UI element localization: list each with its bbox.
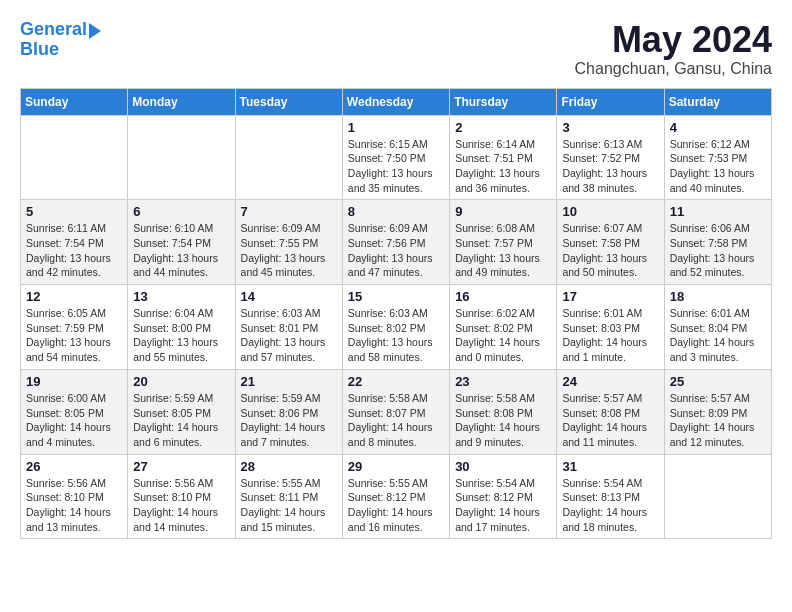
calendar-week-row: 12Sunrise: 6:05 AMSunset: 7:59 PMDayligh… — [21, 285, 772, 370]
logo-text2: Blue — [20, 40, 59, 60]
day-number: 20 — [133, 374, 229, 389]
calendar-cell: 31Sunrise: 5:54 AMSunset: 8:13 PMDayligh… — [557, 454, 664, 539]
calendar-cell: 30Sunrise: 5:54 AMSunset: 8:12 PMDayligh… — [450, 454, 557, 539]
day-number: 29 — [348, 459, 444, 474]
weekday-header: Friday — [557, 88, 664, 115]
day-info: Sunrise: 5:56 AMSunset: 8:10 PMDaylight:… — [26, 476, 122, 535]
day-number: 27 — [133, 459, 229, 474]
calendar-cell: 10Sunrise: 6:07 AMSunset: 7:58 PMDayligh… — [557, 200, 664, 285]
day-number: 17 — [562, 289, 658, 304]
day-info: Sunrise: 6:06 AMSunset: 7:58 PMDaylight:… — [670, 221, 766, 280]
calendar-cell: 26Sunrise: 5:56 AMSunset: 8:10 PMDayligh… — [21, 454, 128, 539]
day-info: Sunrise: 6:01 AMSunset: 8:04 PMDaylight:… — [670, 306, 766, 365]
day-number: 19 — [26, 374, 122, 389]
day-number: 1 — [348, 120, 444, 135]
day-info: Sunrise: 5:58 AMSunset: 8:07 PMDaylight:… — [348, 391, 444, 450]
calendar-header-row: SundayMondayTuesdayWednesdayThursdayFrid… — [21, 88, 772, 115]
day-number: 26 — [26, 459, 122, 474]
calendar-cell: 24Sunrise: 5:57 AMSunset: 8:08 PMDayligh… — [557, 369, 664, 454]
day-info: Sunrise: 6:12 AMSunset: 7:53 PMDaylight:… — [670, 137, 766, 196]
calendar-cell: 17Sunrise: 6:01 AMSunset: 8:03 PMDayligh… — [557, 285, 664, 370]
calendar-cell: 5Sunrise: 6:11 AMSunset: 7:54 PMDaylight… — [21, 200, 128, 285]
day-info: Sunrise: 5:57 AMSunset: 8:08 PMDaylight:… — [562, 391, 658, 450]
day-info: Sunrise: 5:59 AMSunset: 8:06 PMDaylight:… — [241, 391, 337, 450]
day-number: 9 — [455, 204, 551, 219]
month-title: May 2024 — [575, 20, 772, 60]
day-number: 24 — [562, 374, 658, 389]
calendar-cell: 16Sunrise: 6:02 AMSunset: 8:02 PMDayligh… — [450, 285, 557, 370]
calendar-week-row: 1Sunrise: 6:15 AMSunset: 7:50 PMDaylight… — [21, 115, 772, 200]
logo-text: General — [20, 20, 87, 40]
page-header: General Blue May 2024 Changchuan, Gansu,… — [20, 20, 772, 78]
calendar-cell: 23Sunrise: 5:58 AMSunset: 8:08 PMDayligh… — [450, 369, 557, 454]
calendar-cell: 20Sunrise: 5:59 AMSunset: 8:05 PMDayligh… — [128, 369, 235, 454]
day-info: Sunrise: 5:58 AMSunset: 8:08 PMDaylight:… — [455, 391, 551, 450]
calendar-week-row: 26Sunrise: 5:56 AMSunset: 8:10 PMDayligh… — [21, 454, 772, 539]
day-info: Sunrise: 5:57 AMSunset: 8:09 PMDaylight:… — [670, 391, 766, 450]
logo-arrow-icon — [89, 23, 101, 39]
calendar-cell: 7Sunrise: 6:09 AMSunset: 7:55 PMDaylight… — [235, 200, 342, 285]
weekday-header: Wednesday — [342, 88, 449, 115]
weekday-header: Tuesday — [235, 88, 342, 115]
day-number: 15 — [348, 289, 444, 304]
calendar-cell: 11Sunrise: 6:06 AMSunset: 7:58 PMDayligh… — [664, 200, 771, 285]
day-info: Sunrise: 5:55 AMSunset: 8:12 PMDaylight:… — [348, 476, 444, 535]
calendar-cell: 21Sunrise: 5:59 AMSunset: 8:06 PMDayligh… — [235, 369, 342, 454]
logo: General Blue — [20, 20, 101, 60]
day-number: 28 — [241, 459, 337, 474]
day-number: 3 — [562, 120, 658, 135]
day-info: Sunrise: 6:03 AMSunset: 8:02 PMDaylight:… — [348, 306, 444, 365]
weekday-header: Monday — [128, 88, 235, 115]
calendar-cell: 14Sunrise: 6:03 AMSunset: 8:01 PMDayligh… — [235, 285, 342, 370]
day-number: 16 — [455, 289, 551, 304]
day-info: Sunrise: 6:14 AMSunset: 7:51 PMDaylight:… — [455, 137, 551, 196]
calendar-cell: 1Sunrise: 6:15 AMSunset: 7:50 PMDaylight… — [342, 115, 449, 200]
calendar-cell: 13Sunrise: 6:04 AMSunset: 8:00 PMDayligh… — [128, 285, 235, 370]
day-info: Sunrise: 5:54 AMSunset: 8:13 PMDaylight:… — [562, 476, 658, 535]
calendar-cell: 3Sunrise: 6:13 AMSunset: 7:52 PMDaylight… — [557, 115, 664, 200]
day-info: Sunrise: 5:55 AMSunset: 8:11 PMDaylight:… — [241, 476, 337, 535]
weekday-header: Sunday — [21, 88, 128, 115]
calendar-cell — [664, 454, 771, 539]
day-number: 30 — [455, 459, 551, 474]
day-number: 7 — [241, 204, 337, 219]
calendar-cell: 9Sunrise: 6:08 AMSunset: 7:57 PMDaylight… — [450, 200, 557, 285]
calendar-cell: 8Sunrise: 6:09 AMSunset: 7:56 PMDaylight… — [342, 200, 449, 285]
title-block: May 2024 Changchuan, Gansu, China — [575, 20, 772, 78]
day-number: 11 — [670, 204, 766, 219]
day-info: Sunrise: 6:07 AMSunset: 7:58 PMDaylight:… — [562, 221, 658, 280]
day-number: 22 — [348, 374, 444, 389]
calendar-cell — [21, 115, 128, 200]
day-number: 6 — [133, 204, 229, 219]
day-info: Sunrise: 6:01 AMSunset: 8:03 PMDaylight:… — [562, 306, 658, 365]
day-info: Sunrise: 5:54 AMSunset: 8:12 PMDaylight:… — [455, 476, 551, 535]
day-number: 14 — [241, 289, 337, 304]
day-info: Sunrise: 6:10 AMSunset: 7:54 PMDaylight:… — [133, 221, 229, 280]
day-number: 13 — [133, 289, 229, 304]
calendar-cell: 15Sunrise: 6:03 AMSunset: 8:02 PMDayligh… — [342, 285, 449, 370]
day-number: 18 — [670, 289, 766, 304]
calendar-cell: 6Sunrise: 6:10 AMSunset: 7:54 PMDaylight… — [128, 200, 235, 285]
calendar-week-row: 19Sunrise: 6:00 AMSunset: 8:05 PMDayligh… — [21, 369, 772, 454]
day-number: 12 — [26, 289, 122, 304]
day-number: 31 — [562, 459, 658, 474]
day-info: Sunrise: 6:05 AMSunset: 7:59 PMDaylight:… — [26, 306, 122, 365]
calendar-cell: 18Sunrise: 6:01 AMSunset: 8:04 PMDayligh… — [664, 285, 771, 370]
day-info: Sunrise: 6:00 AMSunset: 8:05 PMDaylight:… — [26, 391, 122, 450]
day-number: 2 — [455, 120, 551, 135]
day-info: Sunrise: 6:13 AMSunset: 7:52 PMDaylight:… — [562, 137, 658, 196]
weekday-header: Thursday — [450, 88, 557, 115]
calendar-cell: 27Sunrise: 5:56 AMSunset: 8:10 PMDayligh… — [128, 454, 235, 539]
day-info: Sunrise: 5:56 AMSunset: 8:10 PMDaylight:… — [133, 476, 229, 535]
calendar-cell: 2Sunrise: 6:14 AMSunset: 7:51 PMDaylight… — [450, 115, 557, 200]
day-info: Sunrise: 6:04 AMSunset: 8:00 PMDaylight:… — [133, 306, 229, 365]
day-info: Sunrise: 6:09 AMSunset: 7:55 PMDaylight:… — [241, 221, 337, 280]
calendar-cell — [235, 115, 342, 200]
calendar-cell: 4Sunrise: 6:12 AMSunset: 7:53 PMDaylight… — [664, 115, 771, 200]
day-info: Sunrise: 6:15 AMSunset: 7:50 PMDaylight:… — [348, 137, 444, 196]
day-number: 23 — [455, 374, 551, 389]
day-info: Sunrise: 6:02 AMSunset: 8:02 PMDaylight:… — [455, 306, 551, 365]
day-info: Sunrise: 6:08 AMSunset: 7:57 PMDaylight:… — [455, 221, 551, 280]
calendar-cell: 19Sunrise: 6:00 AMSunset: 8:05 PMDayligh… — [21, 369, 128, 454]
day-info: Sunrise: 6:09 AMSunset: 7:56 PMDaylight:… — [348, 221, 444, 280]
